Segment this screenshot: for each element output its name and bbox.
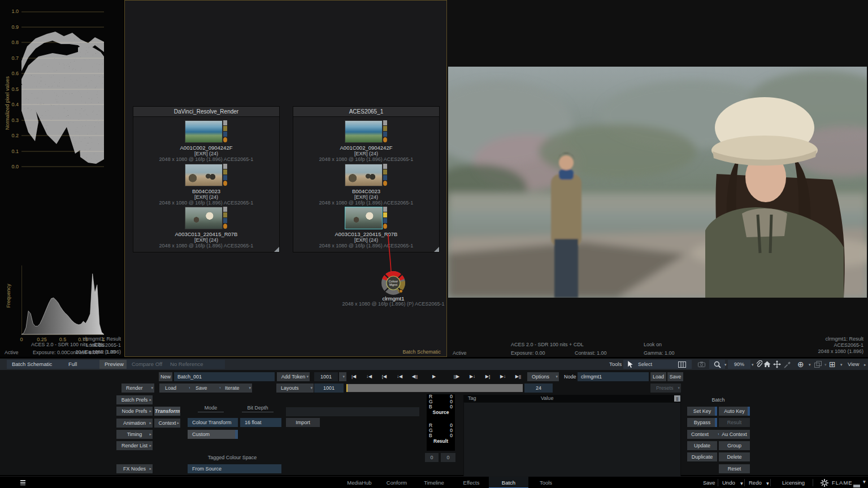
node-prefs-button[interactable]: Node Prefs▸ bbox=[116, 407, 153, 416]
new-batch-button[interactable]: New bbox=[159, 372, 172, 381]
presets-dropdown[interactable]: Presets▾ bbox=[650, 384, 681, 393]
fx-nodes-button[interactable]: FX Nodes▸ bbox=[116, 464, 153, 473]
colour-picker-button[interactable] bbox=[782, 360, 792, 369]
sample-x-field[interactable]: 0 bbox=[425, 453, 439, 462]
group-button[interactable]: Group bbox=[719, 441, 750, 450]
clip-node[interactable]: A001C002_0904242F [EXR] (24) 2048 x 1080… bbox=[293, 120, 439, 162]
load-dropdown[interactable]: Load▾ bbox=[159, 384, 192, 393]
current-frame-field[interactable]: 1001 bbox=[314, 372, 338, 381]
animation-button[interactable]: Animation▸ bbox=[116, 419, 153, 428]
context-dropdown[interactable]: Context▾ bbox=[687, 430, 721, 439]
batch-name-field[interactable]: Batch_001 bbox=[174, 372, 275, 381]
iterate-dropdown[interactable]: Iterate▾ bbox=[220, 384, 252, 393]
clip-thumbnail[interactable] bbox=[345, 164, 388, 186]
sample-y-field[interactable]: 0 bbox=[441, 453, 455, 462]
transport-clip-start[interactable]: [◀ bbox=[379, 372, 390, 381]
reference-selector[interactable]: No Reference bbox=[165, 360, 225, 369]
node-name-field[interactable]: clrmgmt1 bbox=[578, 372, 649, 381]
tagged-colour-space-selector[interactable]: From Source bbox=[188, 464, 281, 473]
timebar-slider[interactable] bbox=[346, 384, 523, 393]
transport-next-key[interactable]: ▶↓ bbox=[467, 372, 478, 381]
transform-file-field[interactable] bbox=[286, 407, 419, 416]
clip-thumbnail[interactable] bbox=[185, 120, 228, 143]
tab-mediahub[interactable]: MediaHub bbox=[340, 477, 379, 488]
chevron-down-icon[interactable]: ▾ bbox=[863, 476, 866, 487]
clip-thumbnail[interactable] bbox=[185, 207, 228, 229]
transport-step-back-key[interactable]: ↓◀ bbox=[394, 372, 405, 381]
clip-thumbnail[interactable] bbox=[345, 207, 388, 229]
update-button[interactable]: Update bbox=[687, 441, 717, 450]
reset-button[interactable]: Reset bbox=[719, 464, 750, 473]
centre-view-button[interactable]: ⊕ bbox=[796, 360, 806, 369]
tab-effects[interactable]: Effects bbox=[452, 477, 491, 488]
auto-key-button[interactable]: Auto Key bbox=[719, 407, 750, 416]
chevron-down-icon[interactable]: ▾ bbox=[824, 363, 827, 367]
clip-node[interactable]: B004C0023 [EXR] (24) 2048 x 1080 @ 16fp … bbox=[133, 164, 279, 206]
clip-node[interactable]: A001C002_0904242F [EXR] (24) 2048 x 1080… bbox=[133, 120, 279, 162]
view-mode-selector[interactable]: Batch Schematic bbox=[7, 360, 65, 369]
batch-schematic-canvas[interactable]: DaVinci_Resolve_Render A001C002_0904242F… bbox=[124, 0, 447, 357]
tag-table-body[interactable] bbox=[463, 402, 681, 477]
transport-go-end[interactable]: ▶|| bbox=[513, 372, 524, 381]
add-view-button[interactable]: ⊞ bbox=[827, 360, 837, 369]
compare-selector[interactable]: Compare Off bbox=[127, 360, 170, 369]
zoom-tool-button[interactable] bbox=[709, 360, 725, 369]
clip-node[interactable]: B004C0023 [EXR] (24) 2048 x 1080 @ 16fp … bbox=[293, 164, 439, 206]
save-dropdown[interactable]: Save▾ bbox=[190, 384, 223, 393]
transport-clip-end[interactable]: ▶] bbox=[482, 372, 493, 381]
transport-step-back[interactable]: ◀|| bbox=[409, 372, 420, 381]
result-button[interactable]: Result bbox=[719, 418, 750, 427]
add-token-dropdown[interactable]: Add Token▾ bbox=[277, 372, 310, 381]
frame-dropdown[interactable]: ▾ bbox=[339, 372, 346, 381]
chevron-down-icon[interactable]: ▾ bbox=[724, 363, 727, 367]
pan-tool-button[interactable] bbox=[771, 360, 783, 369]
delete-button[interactable]: Delete bbox=[719, 452, 750, 461]
clip-node[interactable]: A003C013_220415_R07B [EXR] (24) 2048 x 1… bbox=[133, 207, 279, 249]
clip-thumbnail[interactable] bbox=[185, 164, 228, 186]
node-save-button[interactable]: Save bbox=[667, 372, 683, 381]
clip-thumbnail[interactable] bbox=[345, 120, 388, 143]
import-button[interactable]: Import bbox=[286, 418, 320, 427]
tab-timeline[interactable]: Timeline bbox=[414, 477, 454, 488]
clip-node-selected[interactable]: A003C013_220415_R07B [EXR] (24) 2048 x 1… bbox=[293, 207, 439, 249]
undo-button[interactable]: Undo bbox=[722, 477, 735, 488]
au-context-button[interactable]: Au Context bbox=[719, 430, 750, 439]
chevron-right-icon[interactable]: ▸ bbox=[864, 363, 866, 367]
licensing-button[interactable]: Licensing bbox=[782, 477, 805, 488]
image-viewer[interactable]: Active ACES 2.0 - SDR 100 nits + CDL Exp… bbox=[447, 0, 868, 357]
node-load-button[interactable]: Load bbox=[650, 372, 666, 381]
group-resize-corner[interactable] bbox=[434, 247, 439, 252]
save-menu-button[interactable]: Save bbox=[703, 477, 715, 488]
table-scrollbar-button[interactable]: || bbox=[674, 395, 680, 402]
transport-prev-keyframe[interactable]: ↓◀ bbox=[363, 372, 375, 381]
mode-selector[interactable]: Colour Transform bbox=[188, 418, 238, 427]
schematic-group-aces[interactable]: ACES2065_1 A001C002_0904242F [EXR] (24) … bbox=[293, 106, 440, 252]
options-dropdown[interactable]: Options▾ bbox=[527, 372, 559, 381]
start-frame-field[interactable]: 1001 bbox=[314, 384, 344, 393]
redo-button[interactable]: Redo bbox=[749, 477, 762, 488]
tab-conform[interactable]: Conform bbox=[377, 477, 416, 488]
chevron-down-icon[interactable]: ▾ bbox=[740, 477, 743, 488]
bypass-button[interactable]: Bypass bbox=[687, 418, 717, 427]
set-key-button[interactable]: Set Key bbox=[687, 407, 717, 416]
context-tab-button[interactable]: Context▸ bbox=[154, 419, 180, 428]
group-resize-corner[interactable] bbox=[274, 247, 279, 252]
keyboard-shortcuts-icon[interactable] bbox=[20, 480, 25, 485]
chevron-down-icon[interactable]: ▾ bbox=[809, 363, 811, 367]
tab-batch[interactable]: Batch bbox=[489, 477, 528, 488]
panels-layout-button[interactable] bbox=[674, 360, 691, 369]
mini-keyboard-icon[interactable] bbox=[853, 485, 860, 487]
chevron-down-icon[interactable]: ▾ bbox=[752, 363, 754, 367]
batch-prefs-button[interactable]: Batch Prefs▸ bbox=[116, 395, 153, 404]
custom-toggle[interactable]: Custom bbox=[188, 430, 238, 439]
duplicate-button[interactable]: Duplicate bbox=[687, 452, 717, 461]
chevron-down-icon[interactable]: ▾ bbox=[840, 363, 843, 367]
transport-step-forward[interactable]: ||▶ bbox=[451, 372, 462, 381]
bit-depth-selector[interactable]: 16 float bbox=[240, 418, 281, 427]
transport-go-start[interactable]: |◀ bbox=[348, 372, 359, 381]
timebar-position-marker[interactable] bbox=[346, 384, 348, 392]
colour-mgmt-node[interactable]: Colour Mgmt bbox=[381, 271, 406, 295]
duration-field[interactable]: 24 bbox=[524, 384, 553, 393]
group-title[interactable]: ACES2065_1 bbox=[293, 107, 439, 117]
group-title[interactable]: DaVinci_Resolve_Render bbox=[133, 107, 279, 117]
